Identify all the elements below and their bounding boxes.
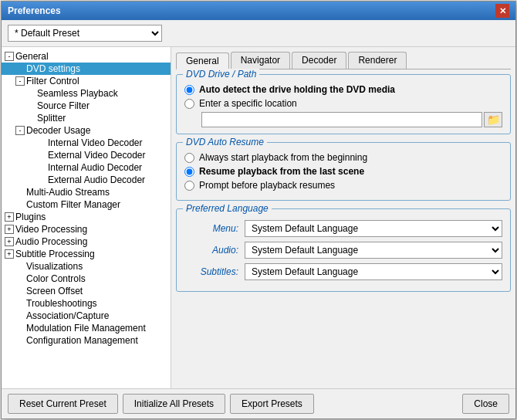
preferred-language-section: Preferred Language Menu: System Default … xyxy=(176,208,511,292)
sidebar-item-modulation[interactable]: Modulation File Management xyxy=(2,322,171,334)
sidebar-item-dvd-settings[interactable]: DVD settings xyxy=(2,63,171,75)
sidebar-item-custom-filter[interactable]: Custom Filter Manager xyxy=(2,198,171,211)
sidebar-item-ap-label: Audio Processing xyxy=(15,236,87,247)
prompt-label[interactable]: Prompt before playback resumes xyxy=(199,180,335,191)
menu-lang-row: Menu: System Default Language xyxy=(184,220,502,237)
dvd-auto-resume-section: DVD Auto Resume Always start playback fr… xyxy=(176,142,511,201)
preset-bar: * Default Preset xyxy=(2,20,515,47)
expand-icon-filter: - xyxy=(15,76,25,86)
sidebar-item-plugins[interactable]: + Plugins xyxy=(2,211,171,223)
sidebar-item-ivd-label: Internal Video Decoder xyxy=(48,137,143,148)
sidebar-item-source-filter[interactable]: Source Filter xyxy=(2,100,171,112)
always-start-label[interactable]: Always start playback from the beginning xyxy=(199,152,367,163)
sidebar-item-multi-audio[interactable]: Multi-Audio Streams xyxy=(2,186,171,198)
always-start-radio[interactable] xyxy=(184,153,194,163)
sidebar-item-general-label: General xyxy=(15,51,49,62)
sidebar-item-seamless-label: Seamless Playback xyxy=(37,88,118,99)
sidebar-item-conf-label: Configuration Management xyxy=(26,335,138,346)
sidebar-item-decoder-usage[interactable]: - Decoder Usage xyxy=(2,124,171,137)
sidebar-item-internal-audio[interactable]: Internal Audio Decoder xyxy=(2,161,171,174)
sidebar-item-filter-label: Filter Control xyxy=(26,76,79,86)
specific-location-radio[interactable] xyxy=(184,99,194,109)
sidebar-item-troubleshootings[interactable]: Troubleshootings xyxy=(2,297,171,310)
sidebar: - General DVD settings - Filter Control … xyxy=(2,47,171,388)
window-title: Preferences xyxy=(8,5,61,16)
sidebar-item-vis-label: Visualizations xyxy=(26,261,83,272)
sidebar-item-screen-offset[interactable]: Screen Offset xyxy=(2,285,171,297)
sidebar-item-ma-label: Multi-Audio Streams xyxy=(26,187,110,198)
window-close-button[interactable]: ✕ xyxy=(495,4,509,18)
audio-lang-row: Audio: System Default Language xyxy=(184,242,502,259)
specific-location-label[interactable]: Enter a specific location xyxy=(199,98,297,109)
reset-preset-button[interactable]: Reset Current Preset xyxy=(8,394,118,414)
sidebar-item-plugins-label: Plugins xyxy=(15,212,46,222)
bottom-bar: Reset Current Preset Initialize All Pres… xyxy=(2,388,515,418)
tab-decoder[interactable]: Decoder xyxy=(292,52,346,69)
resume-last-label[interactable]: Resume playback from the last scene xyxy=(199,166,364,177)
sidebar-item-vp-label: Video Processing xyxy=(15,224,87,235)
sidebar-item-filter-control[interactable]: - Filter Control xyxy=(2,75,171,87)
sidebar-item-mod-label: Modulation File Management xyxy=(26,323,146,334)
preferences-window: Preferences ✕ * Default Preset - General… xyxy=(1,1,516,419)
sidebar-item-ead-label: External Audio Decoder xyxy=(48,174,145,185)
preferred-language-content: Menu: System Default Language Audio: Sys… xyxy=(184,220,502,280)
sidebar-item-decoder-label: Decoder Usage xyxy=(26,125,90,136)
sidebar-item-splitter-label: Splitter xyxy=(37,113,66,124)
sidebar-item-ac-label: Association/Capture xyxy=(26,310,109,321)
expand-icon-ap: + xyxy=(5,237,14,246)
sidebar-item-color-controls[interactable]: Color Controls xyxy=(2,273,171,285)
sidebar-item-external-audio[interactable]: External Audio Decoder xyxy=(2,174,171,186)
sidebar-item-so-label: Screen Offset xyxy=(26,286,83,296)
auto-detect-row: Auto detect the drive holding the DVD me… xyxy=(184,84,502,95)
sidebar-item-association[interactable]: Association/Capture xyxy=(2,310,171,322)
subtitles-lang-row: Subtitles: System Default Language xyxy=(184,263,502,280)
sidebar-item-external-video[interactable]: External Video Decoder xyxy=(2,149,171,161)
sidebar-item-ts-label: Troubleshootings xyxy=(26,298,97,309)
sidebar-item-video-processing[interactable]: + Video Processing xyxy=(2,223,171,235)
sidebar-item-config[interactable]: Configuration Management xyxy=(2,334,171,347)
subtitles-lang-select[interactable]: System Default Language xyxy=(245,263,502,280)
preset-select[interactable]: * Default Preset xyxy=(8,25,162,42)
sidebar-item-source-filter-label: Source Filter xyxy=(37,100,90,111)
dvd-auto-resume-content: Always start playback from the beginning… xyxy=(184,152,502,191)
menu-lang-select[interactable]: System Default Language xyxy=(245,220,502,237)
tab-renderer[interactable]: Renderer xyxy=(348,52,407,69)
sidebar-item-evd-label: External Video Decoder xyxy=(48,150,146,161)
expand-icon-plugins: + xyxy=(5,212,14,222)
sidebar-item-seamless-playback[interactable]: Seamless Playback xyxy=(2,87,171,100)
browse-button[interactable]: 📁 xyxy=(484,112,502,127)
prompt-row: Prompt before playback resumes xyxy=(184,180,502,191)
right-panel: General Navigator Decoder Renderer DVD D… xyxy=(171,47,515,388)
auto-detect-label[interactable]: Auto detect the drive holding the DVD me… xyxy=(199,84,395,95)
sidebar-item-visualizations[interactable]: Visualizations xyxy=(2,260,171,273)
tab-bar: General Navigator Decoder Renderer xyxy=(176,52,511,69)
dvd-drive-section: DVD Drive / Path Auto detect the drive h… xyxy=(176,74,511,134)
resume-last-row: Resume playback from the last scene xyxy=(184,166,502,177)
export-presets-button[interactable]: Export Presets xyxy=(230,394,314,414)
sidebar-item-audio-processing[interactable]: + Audio Processing xyxy=(2,235,171,248)
sidebar-item-general[interactable]: - General xyxy=(2,50,171,63)
resume-last-radio[interactable] xyxy=(184,167,194,177)
sidebar-item-cc-label: Color Controls xyxy=(26,273,86,284)
sidebar-item-internal-video[interactable]: Internal Video Decoder xyxy=(2,137,171,149)
path-input[interactable] xyxy=(201,112,482,127)
close-button[interactable]: Close xyxy=(462,394,509,414)
dvd-auto-resume-section-label: DVD Auto Resume xyxy=(183,137,267,147)
audio-lang-label: Audio: xyxy=(184,245,238,256)
initialize-presets-button[interactable]: Initialize All Presets xyxy=(123,394,225,414)
dvd-drive-section-label: DVD Drive / Path xyxy=(183,69,259,80)
bottom-left-buttons: Reset Current Preset Initialize All Pres… xyxy=(8,394,314,414)
main-content: - General DVD settings - Filter Control … xyxy=(2,47,515,388)
tab-navigator[interactable]: Navigator xyxy=(231,52,290,69)
auto-detect-radio[interactable] xyxy=(184,85,194,95)
preferred-language-section-label: Preferred Language xyxy=(183,203,272,214)
sidebar-item-subtitle-processing[interactable]: + Subtitle Processing xyxy=(2,248,171,260)
subtitles-lang-label: Subtitles: xyxy=(184,266,238,277)
specific-location-row: Enter a specific location xyxy=(184,98,502,109)
expand-icon-general: - xyxy=(5,52,14,61)
prompt-radio[interactable] xyxy=(184,181,194,191)
tab-general[interactable]: General xyxy=(176,52,229,69)
sidebar-item-splitter[interactable]: Splitter xyxy=(2,112,171,124)
title-bar: Preferences ✕ xyxy=(2,2,515,20)
audio-lang-select[interactable]: System Default Language xyxy=(245,242,502,259)
